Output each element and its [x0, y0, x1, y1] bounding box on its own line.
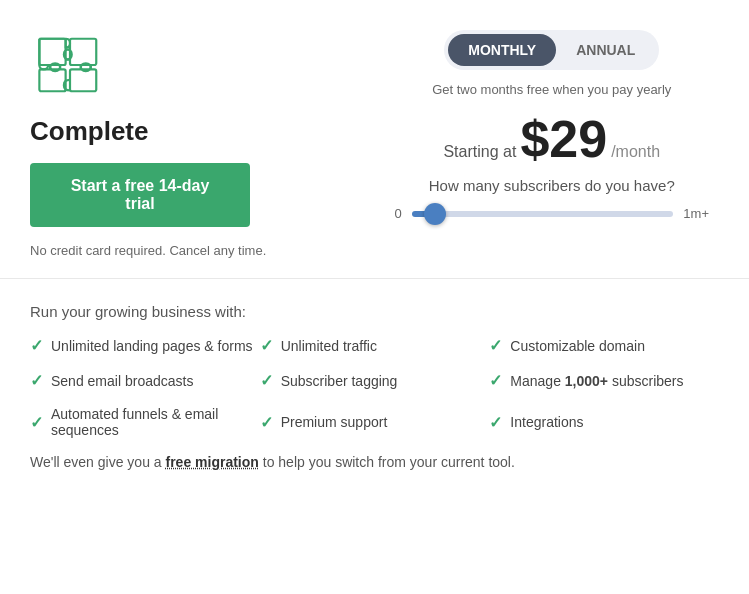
right-panel: MONTHLY ANNUAL Get two months free when …: [385, 30, 720, 258]
check-icon-7: ✓: [30, 413, 43, 432]
feature-label: Automated funnels & email sequences: [51, 406, 260, 438]
migration-suffix: to help you switch from your current too…: [259, 454, 515, 470]
feature-landing-pages: ✓ Unlimited landing pages & forms: [30, 336, 260, 355]
top-section: Complete Start a free 14-day trial No cr…: [0, 0, 749, 279]
check-icon-4: ✓: [30, 371, 43, 390]
subscriber-question: How many subscribers do you have?: [429, 177, 675, 194]
features-intro: Run your growing business with:: [30, 303, 719, 320]
feature-label: Subscriber tagging: [281, 373, 398, 389]
feature-label: Send email broadcasts: [51, 373, 193, 389]
svg-rect-3: [70, 69, 96, 91]
check-icon-8: ✓: [260, 413, 273, 432]
check-icon-2: ✓: [260, 336, 273, 355]
puzzle-icon: [30, 30, 110, 100]
check-icon-9: ✓: [489, 413, 502, 432]
features-row-2: ✓ Send email broadcasts ✓ Subscriber tag…: [30, 371, 719, 390]
subscriber-slider[interactable]: [412, 211, 674, 217]
features-grid: ✓ Unlimited landing pages & forms ✓ Unli…: [30, 336, 719, 438]
bottom-section: Run your growing business with: ✓ Unlimi…: [0, 279, 749, 490]
check-icon-6: ✓: [489, 371, 502, 390]
billing-toggle: MONTHLY ANNUAL: [444, 30, 659, 70]
feature-label: Customizable domain: [510, 338, 645, 354]
features-row-3: ✓ Automated funnels & email sequences ✓ …: [30, 406, 719, 438]
feature-label: Unlimited landing pages & forms: [51, 338, 253, 354]
feature-label: Manage 1,000+ subscribers: [510, 373, 683, 389]
feature-integrations: ✓ Integrations: [489, 413, 719, 432]
check-icon-5: ✓: [260, 371, 273, 390]
check-icon-1: ✓: [30, 336, 43, 355]
feature-label: Unlimited traffic: [281, 338, 377, 354]
migration-text: We'll even give you a free migration to …: [30, 454, 719, 470]
svg-rect-2: [39, 69, 65, 91]
check-icon-3: ✓: [489, 336, 502, 355]
annual-toggle[interactable]: ANNUAL: [556, 34, 655, 66]
no-credit-text: No credit card required. Cancel any time…: [30, 243, 365, 258]
slider-max-label: 1m+: [683, 206, 709, 221]
features-row-1: ✓ Unlimited landing pages & forms ✓ Unli…: [30, 336, 719, 355]
slider-min-label: 0: [395, 206, 402, 221]
migration-prefix: We'll even give you a: [30, 454, 166, 470]
feature-unlimited-traffic: ✓ Unlimited traffic: [260, 336, 490, 355]
migration-link[interactable]: free migration: [166, 454, 259, 470]
feature-subscriber-tagging: ✓ Subscriber tagging: [260, 371, 490, 390]
monthly-toggle[interactable]: MONTHLY: [448, 34, 556, 66]
price-period: /month: [611, 143, 660, 161]
price-value: $29: [520, 113, 607, 165]
trial-button[interactable]: Start a free 14-day trial: [30, 163, 250, 227]
svg-rect-1: [70, 39, 96, 65]
pricing-display: Starting at $29 /month: [443, 113, 660, 165]
feature-label: Premium support: [281, 414, 388, 430]
plan-title: Complete: [30, 116, 365, 147]
feature-email-broadcasts: ✓ Send email broadcasts: [30, 371, 260, 390]
feature-custom-domain: ✓ Customizable domain: [489, 336, 719, 355]
starting-at-label: Starting at: [443, 143, 516, 161]
feature-premium-support: ✓ Premium support: [260, 413, 490, 432]
feature-manage-subscribers: ✓ Manage 1,000+ subscribers: [489, 371, 719, 390]
free-months-text: Get two months free when you pay yearly: [432, 82, 671, 97]
slider-container: 0 1m+: [385, 206, 720, 221]
left-panel: Complete Start a free 14-day trial No cr…: [30, 30, 365, 258]
feature-label: Integrations: [510, 414, 583, 430]
feature-funnels: ✓ Automated funnels & email sequences: [30, 406, 260, 438]
svg-rect-0: [39, 39, 65, 65]
